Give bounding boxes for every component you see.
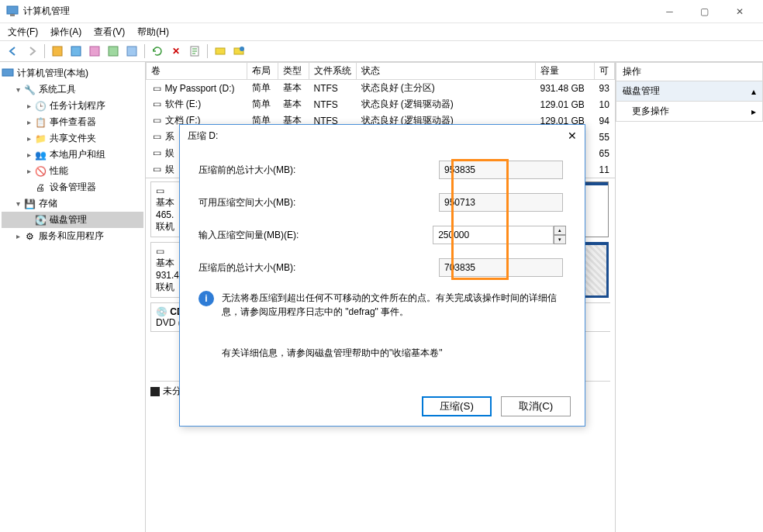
tree-services[interactable]: ▸⚙服务和应用程序 — [2, 228, 143, 244]
disk-icon: 💽 — [34, 214, 47, 226]
tool-icon-6[interactable] — [212, 43, 229, 60]
expand-icon[interactable]: ▾ — [12, 199, 23, 208]
menu-file[interactable]: 文件(F) — [3, 24, 43, 40]
titlebar: 计算机管理 ─ ▢ ✕ — [0, 0, 763, 23]
cancel-button[interactable]: 取消(C) — [501, 396, 571, 416]
tree-event-viewer[interactable]: ▸📋事件查看器 — [2, 114, 143, 130]
spin-up[interactable]: ▴ — [554, 226, 566, 235]
col-type[interactable]: 类型 — [278, 63, 309, 80]
window-title: 计算机管理 — [23, 5, 652, 18]
shrink-input[interactable] — [438, 230, 548, 240]
svg-rect-2 — [53, 47, 62, 56]
label-size-before: 压缩前的总计大小(MB): — [199, 164, 439, 177]
table-row[interactable]: ▭软件 (E:)简单基本NTFS状态良好 (逻辑驱动器)129.01 GB10 — [147, 96, 615, 112]
toolbar: ✕ — [0, 40, 763, 62]
value-size-after: 703835 — [439, 258, 563, 277]
tool-icon-3[interactable] — [86, 43, 103, 60]
chevron-up-icon: ▴ — [751, 86, 756, 97]
col-status[interactable]: 状态 — [357, 63, 536, 80]
col-layout[interactable]: 布局 — [247, 63, 278, 80]
actions-section[interactable]: 磁盘管理▴ — [616, 81, 763, 102]
tree-label: 设备管理器 — [50, 181, 96, 194]
nav-tree: 计算机管理(本地) ▾🔧系统工具 ▸🕒任务计划程序 ▸📋事件查看器 ▸📁共享文件… — [0, 62, 146, 532]
tree-label: 服务和应用程序 — [39, 230, 104, 243]
clock-icon: 🕒 — [34, 100, 47, 112]
actions-more[interactable]: 更多操作▸ — [616, 101, 763, 122]
col-capacity[interactable]: 容量 — [536, 63, 595, 80]
tree-disk-management[interactable]: 💽磁盘管理 — [2, 212, 143, 228]
tree-label: 性能 — [50, 164, 68, 178]
tree-label: 存储 — [39, 197, 57, 210]
svg-rect-6 — [127, 47, 136, 56]
actions-pane: 操作 磁盘管理▴ 更多操作▸ — [616, 62, 763, 532]
forward-button[interactable] — [23, 43, 40, 60]
volume-icon: ▭ — [151, 148, 164, 157]
app-icon — [6, 5, 19, 18]
tool-icon-7[interactable] — [230, 43, 247, 60]
svg-rect-8 — [216, 48, 225, 54]
expand-icon[interactable]: ▸ — [23, 102, 34, 110]
value-available: 950713 — [439, 193, 563, 212]
tree-shared-folders[interactable]: ▸📁共享文件夹 — [2, 130, 143, 147]
svg-rect-11 — [2, 69, 13, 76]
expand-icon[interactable]: ▸ — [23, 150, 34, 159]
value-size-before: 953835 — [439, 161, 563, 179]
tree-label: 磁盘管理 — [50, 213, 87, 226]
properties-icon[interactable] — [186, 43, 203, 60]
maximize-button[interactable]: ▢ — [687, 1, 722, 22]
tree-device-manager[interactable]: 🖨设备管理器 — [2, 179, 143, 195]
dialog-title: 压缩 D: — [188, 130, 218, 143]
info-text-1: 无法将卷压缩到超出任何不可移动的文件所在的点。有关完成该操作时间的详细信息，请参… — [222, 291, 566, 319]
info-icon: i — [199, 291, 214, 306]
tree-label: 任务计划程序 — [50, 99, 105, 112]
svg-rect-4 — [90, 47, 99, 56]
volume-icon: ▭ — [151, 84, 164, 93]
minimize-button[interactable]: ─ — [652, 1, 687, 22]
tree-label: 本地用户和组 — [50, 148, 105, 161]
tree-root[interactable]: 计算机管理(本地) — [2, 65, 143, 81]
expand-icon[interactable]: ▾ — [12, 85, 23, 94]
volume-icon: ▭ — [151, 116, 164, 125]
table-row[interactable]: ▭My Passport (D:)简单基本NTFS状态良好 (主分区)931.4… — [147, 80, 615, 97]
col-fs[interactable]: 文件系统 — [309, 63, 357, 80]
volume-icon: ▭ — [151, 132, 164, 141]
menu-action[interactable]: 操作(A) — [46, 24, 86, 40]
spin-down[interactable]: ▾ — [554, 235, 566, 244]
tool-icon-4[interactable] — [105, 43, 122, 60]
back-button[interactable] — [5, 43, 22, 60]
tree-local-users[interactable]: ▸👥本地用户和组 — [2, 147, 143, 163]
delete-icon[interactable]: ✕ — [167, 43, 185, 60]
tool-icon-2[interactable] — [67, 43, 85, 60]
input-shrink-amount[interactable] — [433, 226, 554, 244]
volume-icon: ▭ — [151, 99, 164, 109]
expand-icon[interactable]: ▸ — [23, 134, 34, 143]
tree-storage[interactable]: ▾💾存储 — [2, 195, 143, 212]
tree-label: 事件查看器 — [50, 116, 96, 129]
actions-header: 操作 — [616, 62, 763, 81]
menubar: 文件(F) 操作(A) 查看(V) 帮助(H) — [0, 23, 763, 40]
chevron-right-icon: ▸ — [751, 106, 756, 117]
close-button[interactable]: ✕ — [722, 1, 757, 22]
label-input-amount: 输入压缩空间量(MB)(E): — [199, 229, 433, 242]
col-volume[interactable]: 卷 — [147, 63, 247, 80]
label-size-after: 压缩后的总计大小(MB): — [199, 261, 439, 275]
info-text-2: 有关详细信息，请参阅磁盘管理帮助中的"收缩基本卷" — [222, 347, 566, 360]
tool-icon-1[interactable] — [49, 43, 66, 60]
tool-icon-5[interactable] — [123, 43, 140, 60]
close-icon[interactable]: ✕ — [568, 130, 577, 142]
storage-icon: 💾 — [23, 198, 36, 210]
expand-icon[interactable]: ▸ — [23, 167, 34, 175]
refresh-icon[interactable] — [149, 43, 166, 60]
svg-point-10 — [240, 47, 244, 51]
computer-icon — [2, 67, 14, 80]
expand-icon[interactable]: ▸ — [12, 232, 23, 240]
tree-performance[interactable]: ▸🚫性能 — [2, 163, 143, 179]
volume-icon: ▭ — [151, 164, 164, 174]
expand-icon[interactable]: ▸ — [23, 118, 34, 126]
shrink-button[interactable]: 压缩(S) — [422, 396, 492, 416]
menu-help[interactable]: 帮助(H) — [133, 24, 174, 40]
tree-task-scheduler[interactable]: ▸🕒任务计划程序 — [2, 98, 143, 114]
tree-system-tools[interactable]: ▾🔧系统工具 — [2, 81, 143, 98]
col-avail[interactable]: 可 — [595, 63, 615, 80]
menu-view[interactable]: 查看(V) — [89, 24, 129, 40]
